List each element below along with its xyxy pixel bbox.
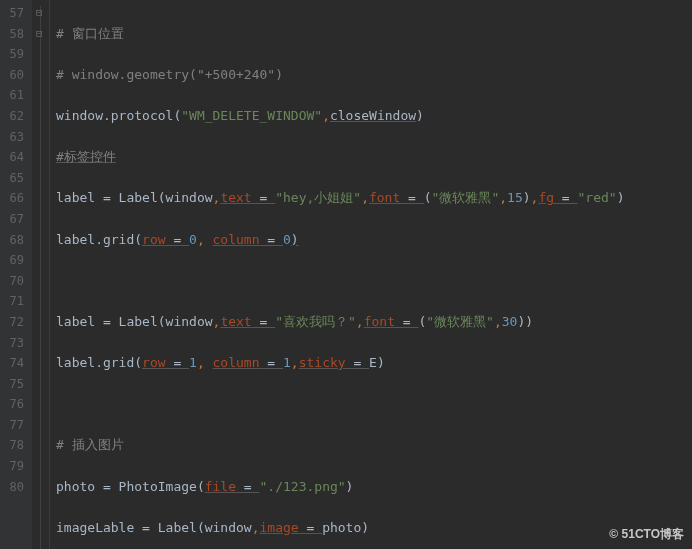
code-editor[interactable]: 5758596061626364656667686970717273747576… <box>0 0 692 549</box>
comment: #标签控件 <box>56 149 116 164</box>
comment: # 插入图片 <box>56 437 124 452</box>
line-number-gutter: 5758596061626364656667686970717273747576… <box>0 0 32 549</box>
fold-column[interactable]: ⊟ ⊟ <box>32 0 50 549</box>
comment: # window.geometry("+500+240") <box>56 67 283 82</box>
comment: # 窗口位置 <box>56 26 124 41</box>
watermark: © 51CTO博客 <box>609 526 684 543</box>
fold-icon[interactable]: ⊟ <box>36 24 43 45</box>
code-area[interactable]: # 窗口位置 # window.geometry("+500+240") win… <box>50 0 692 549</box>
fold-icon[interactable]: ⊟ <box>36 3 43 24</box>
